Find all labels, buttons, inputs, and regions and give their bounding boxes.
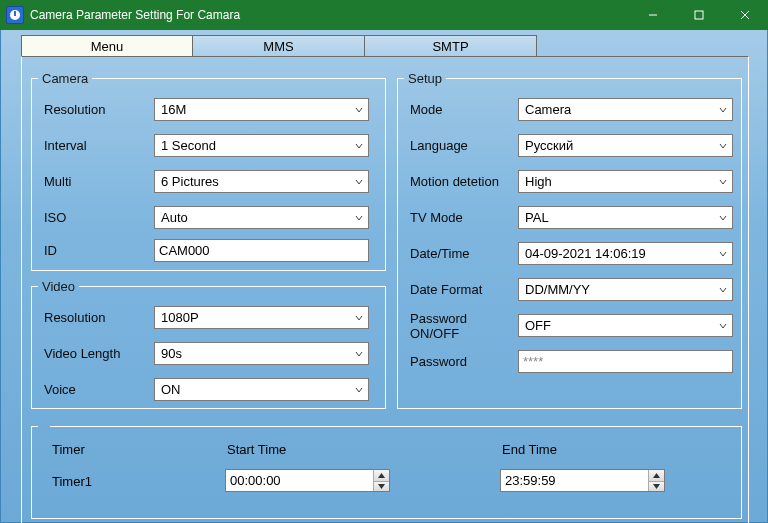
maximize-button[interactable]: [676, 0, 722, 30]
tab-mms[interactable]: MMS: [193, 35, 365, 57]
video-voice-label: Voice: [44, 382, 154, 397]
setup-tv-value: PAL: [523, 210, 714, 225]
setup-datetime-select[interactable]: 04-09-2021 14:06:19: [518, 242, 733, 265]
timer1-start-input[interactable]: 00:00:00: [225, 469, 390, 492]
setup-mode-select[interactable]: Camera: [518, 98, 733, 121]
timer1-end-input[interactable]: 23:59:59: [500, 469, 665, 492]
timer-end-label: End Time: [502, 442, 557, 457]
camera-id-label: ID: [44, 243, 154, 258]
camera-multi-label: Multi: [44, 174, 154, 189]
camera-iso-label: ISO: [44, 210, 154, 225]
app-icon: [6, 6, 24, 24]
camera-resolution-select[interactable]: 16M: [154, 98, 369, 121]
setup-tv-label: TV Mode: [410, 210, 518, 225]
setup-pwdonoff-value: OFF: [523, 318, 714, 333]
group-timer: . Timer Start Time End Time Timer1 00:00…: [31, 419, 742, 519]
setup-motion-value: High: [523, 174, 714, 189]
camera-interval-label: Interval: [44, 138, 154, 153]
video-length-select[interactable]: 90s: [154, 342, 369, 365]
chevron-down-icon: [714, 101, 732, 118]
setup-password-input[interactable]: ****: [518, 350, 733, 373]
group-video-legend: Video: [38, 279, 79, 294]
close-button[interactable]: [722, 0, 768, 30]
tab-smtp[interactable]: SMTP: [365, 35, 537, 57]
camera-resolution-label: Resolution: [44, 102, 154, 117]
setup-password-label: Password: [410, 354, 518, 369]
chevron-down-icon: [714, 317, 732, 334]
chevron-down-icon: [714, 173, 732, 190]
tab-menu[interactable]: Menu: [21, 35, 193, 57]
setup-pwdonoff-label: Password ON/OFF: [410, 311, 518, 341]
tab-smtp-label: SMTP: [432, 39, 468, 54]
timer-start-label: Start Time: [227, 442, 286, 457]
chevron-down-icon: [714, 281, 732, 298]
video-voice-value: ON: [159, 382, 350, 397]
setup-mode-value: Camera: [523, 102, 714, 117]
spin-down-button[interactable]: [374, 481, 389, 492]
timer-header-label: Timer: [52, 442, 85, 457]
spin-up-button[interactable]: [374, 470, 389, 481]
spin-up-button[interactable]: [649, 470, 664, 481]
setup-dateformat-select[interactable]: DD/MM/YY: [518, 278, 733, 301]
setup-pwdonoff-select[interactable]: OFF: [518, 314, 733, 337]
chevron-down-icon: [350, 101, 368, 118]
camera-iso-value: Auto: [159, 210, 350, 225]
chevron-down-icon: [350, 381, 368, 398]
setup-mode-label: Mode: [410, 102, 518, 117]
group-camera-legend: Camera: [38, 71, 92, 86]
camera-iso-select[interactable]: Auto: [154, 206, 369, 229]
titlebar: Camera Parameter Setting For Camara: [0, 0, 768, 30]
chevron-down-icon: [350, 309, 368, 326]
setup-datetime-label: Date/Time: [410, 246, 518, 261]
camera-resolution-value: 16M: [159, 102, 350, 117]
camera-interval-value: 1 Second: [159, 138, 350, 153]
svg-rect-1: [14, 11, 16, 16]
video-length-value: 90s: [159, 346, 350, 361]
spinner-buttons: [373, 470, 389, 491]
minimize-button[interactable]: [630, 0, 676, 30]
timer1-start-value: 00:00:00: [226, 470, 373, 491]
group-video: Video Resolution 1080P Video Length 90s …: [31, 279, 386, 409]
chevron-down-icon: [350, 173, 368, 190]
tab-mms-label: MMS: [263, 39, 293, 54]
camera-interval-select[interactable]: 1 Second: [154, 134, 369, 157]
timer1-end-value: 23:59:59: [501, 470, 648, 491]
setup-language-value: Русский: [523, 138, 714, 153]
timer1-label: Timer1: [52, 474, 92, 489]
setup-dateformat-value: DD/MM/YY: [523, 282, 714, 297]
setup-datetime-value: 04-09-2021 14:06:19: [523, 246, 714, 261]
camera-id-value: CAM000: [159, 243, 210, 258]
spinner-buttons: [648, 470, 664, 491]
chevron-down-icon: [714, 245, 732, 262]
video-voice-select[interactable]: ON: [154, 378, 369, 401]
setup-language-label: Language: [410, 138, 518, 153]
camera-multi-select[interactable]: 6 Pictures: [154, 170, 369, 193]
spin-down-button[interactable]: [649, 481, 664, 492]
group-setup-legend: Setup: [404, 71, 446, 86]
chevron-down-icon: [350, 345, 368, 362]
video-length-label: Video Length: [44, 346, 154, 361]
setup-motion-select[interactable]: High: [518, 170, 733, 193]
setup-password-value: ****: [523, 354, 543, 369]
tabstrip: Menu MMS SMTP: [21, 35, 537, 57]
window-title: Camera Parameter Setting For Camara: [30, 8, 240, 22]
chevron-down-icon: [714, 209, 732, 226]
setup-language-select[interactable]: Русский: [518, 134, 733, 157]
video-resolution-value: 1080P: [159, 310, 350, 325]
group-camera: Camera Resolution 16M Interval 1 Second …: [31, 71, 386, 271]
camera-id-input[interactable]: CAM000: [154, 239, 369, 262]
setup-tv-select[interactable]: PAL: [518, 206, 733, 229]
setup-dateformat-label: Date Format: [410, 282, 518, 297]
client-area: Menu MMS SMTP Camera Resolution 16M Inte…: [0, 30, 768, 523]
video-resolution-label: Resolution: [44, 310, 154, 325]
group-setup: Setup Mode Camera Language Русский Motio…: [397, 71, 742, 409]
video-resolution-select[interactable]: 1080P: [154, 306, 369, 329]
camera-multi-value: 6 Pictures: [159, 174, 350, 189]
chevron-down-icon: [714, 137, 732, 154]
chevron-down-icon: [350, 209, 368, 226]
tab-page: Camera Resolution 16M Interval 1 Second …: [21, 56, 749, 523]
svg-rect-3: [695, 11, 703, 19]
chevron-down-icon: [350, 137, 368, 154]
tab-menu-label: Menu: [91, 39, 124, 54]
setup-motion-label: Motion detetion: [410, 174, 518, 189]
